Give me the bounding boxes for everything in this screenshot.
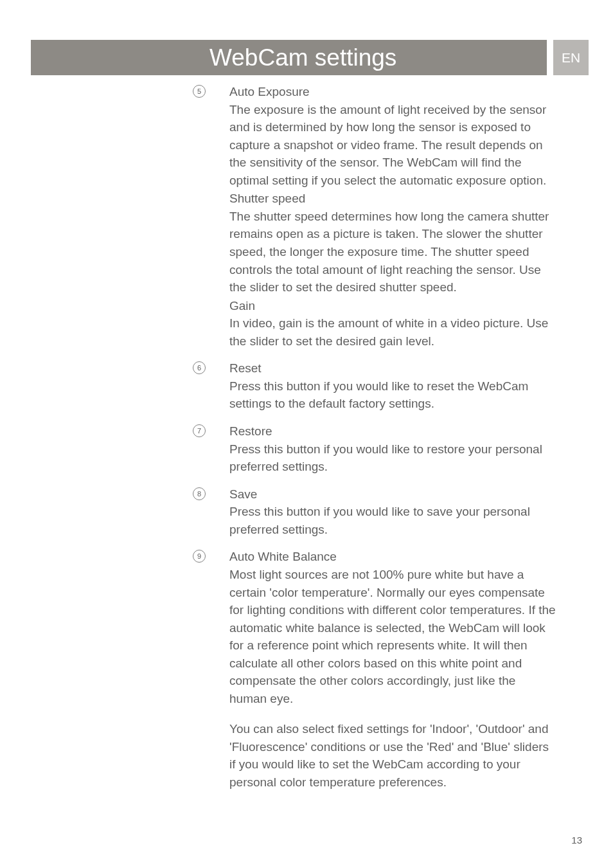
item-number-circle: 8 [193, 487, 206, 500]
item-paragraph: Press this button if you would like to r… [229, 377, 556, 413]
list-item: 7 Restore Press this button if you would… [210, 423, 556, 476]
item-subtitle: Shutter speed [229, 190, 556, 208]
item-title: Auto White Balance [229, 548, 556, 566]
item-paragraph: You can also select fixed settings for '… [229, 720, 556, 791]
item-number-circle: 6 [193, 361, 206, 374]
list-item: 5 Auto Exposure The exposure is the amou… [210, 84, 556, 350]
language-code: EN [562, 50, 580, 66]
content-area: 5 Auto Exposure The exposure is the amou… [210, 84, 556, 802]
language-badge: EN [553, 40, 589, 75]
item-paragraph: Press this button if you would like to s… [229, 503, 556, 538]
item-subtitle: Gain [229, 298, 556, 315]
page: WebCam settings EN 5 Auto Exposure The e… [0, 0, 613, 868]
item-title: Save [229, 486, 556, 503]
title-bar: WebCam settings [198, 40, 547, 75]
item-title: Reset [229, 360, 556, 377]
item-title: Auto Exposure [229, 84, 556, 101]
list-item: 6 Reset Press this button if you would l… [210, 360, 556, 413]
item-paragraph: In video, gain is the amount of white in… [229, 314, 556, 350]
item-paragraph: The exposure is the amount of light rece… [229, 101, 556, 190]
page-title: WebCam settings [209, 44, 396, 71]
item-paragraph: Press this button if you would like to r… [229, 440, 556, 476]
item-number-circle: 7 [193, 424, 206, 437]
list-item: 8 Save Press this button if you would li… [210, 486, 556, 539]
item-number-circle: 9 [193, 550, 206, 563]
sidebar-block [31, 40, 198, 75]
item-title: Restore [229, 423, 556, 440]
item-paragraph: The shutter speed determines how long th… [229, 208, 556, 296]
item-number-circle: 5 [193, 85, 206, 98]
page-number: 13 [571, 835, 582, 845]
item-paragraph: Most light sources are not 100% pure whi… [229, 566, 556, 707]
list-item: 9 Auto White Balance Most light sources … [210, 548, 556, 791]
